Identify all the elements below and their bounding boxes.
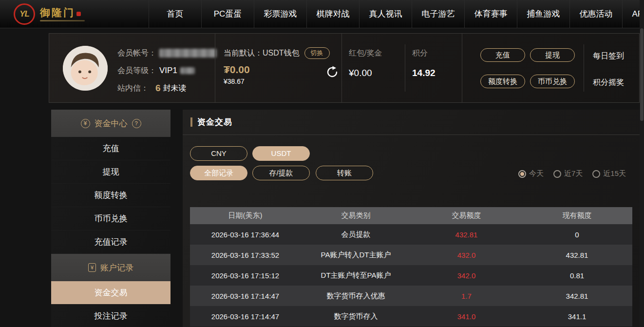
sidebar-item-quota-transfer[interactable]: 额度转换 bbox=[51, 184, 170, 207]
wallet-usdt-amount: ₮0.00 bbox=[224, 64, 250, 76]
account-records-icon: ¥ bbox=[88, 263, 96, 272]
scrollbar-thumb[interactable] bbox=[640, 28, 644, 121]
col-header-balance: 现有额度 bbox=[522, 211, 632, 220]
cell-type: PA账户转入DT主账户 bbox=[301, 250, 411, 260]
radio-unselected-icon bbox=[553, 170, 561, 178]
table-row: 2026-03-16 17:14:47 数字货币存入优惠 1.7 342.81 bbox=[190, 286, 632, 306]
type-tab-transfer[interactable]: 转账 bbox=[316, 166, 373, 180]
nav-item-slots[interactable]: 电子游艺 bbox=[412, 0, 464, 28]
level-label: 会员等级： bbox=[117, 66, 156, 76]
fund-transactions-panel: 资金交易 CNY USDT 全部记录 存/提款 转账 今天 近7天 近15天 日… bbox=[183, 110, 640, 327]
radio-unselected-icon bbox=[592, 170, 600, 178]
account-label: 会员帐号： bbox=[117, 48, 156, 58]
deposit-button[interactable]: 充值 bbox=[480, 48, 525, 62]
date-filter-today-label: 今天 bbox=[529, 169, 544, 178]
nav-item-live[interactable]: 真人视讯 bbox=[359, 0, 412, 28]
table-row: 2026-03-16 17:14:47 数字货币存入 341.0 341.1 bbox=[190, 306, 632, 327]
cell-amount: 342.0 bbox=[411, 271, 522, 280]
col-header-amount: 交易额度 bbox=[411, 211, 522, 220]
points-value: 14.92 bbox=[412, 68, 436, 78]
points-lottery-link[interactable]: 积分摇奖 bbox=[593, 77, 624, 88]
cell-date: 2026-03-16 17:14:47 bbox=[190, 312, 301, 321]
sidebar-section-fund-center: ¥ 资金中心 ？ bbox=[51, 110, 170, 137]
date-range-filters: 今天 近7天 近15天 bbox=[518, 169, 626, 178]
cell-type: 数字货币存入优惠 bbox=[301, 291, 411, 301]
col-header-date: 日期(美东) bbox=[190, 211, 301, 220]
wallet-section: 当前默认：USDT钱包 切换 ₮0.00 ¥38.67 bbox=[224, 34, 341, 102]
nav-item-home[interactable]: 首页 bbox=[149, 0, 201, 28]
cell-type: 数字货币存入 bbox=[301, 312, 411, 321]
cell-amount: 341.0 bbox=[411, 312, 522, 321]
type-tab-all-records[interactable]: 全部记录 bbox=[190, 166, 247, 180]
cell-date: 2026-03-16 17:14:47 bbox=[190, 292, 301, 300]
cell-date: 2026-03-16 17:15:12 bbox=[190, 271, 301, 280]
logo-seal-icon bbox=[76, 12, 81, 16]
date-filter-15days[interactable]: 近15天 bbox=[592, 169, 626, 178]
logo-emblem-icon: YL bbox=[14, 3, 35, 25]
sidebar-item-betting-records[interactable]: 投注记录 bbox=[51, 305, 170, 327]
page-title: 资金交易 bbox=[197, 116, 232, 128]
col-header-type: 交易类别 bbox=[301, 211, 411, 220]
inbox-unread-count[interactable]: 6 bbox=[155, 83, 161, 94]
page-title-bar: 资金交易 bbox=[183, 110, 640, 135]
cell-type: DT主账户转至PA账户 bbox=[301, 271, 411, 280]
logo-tagline bbox=[40, 20, 85, 21]
table-row: 2026-03-16 17:15:12 DT主账户转至PA账户 342.0 0.… bbox=[190, 265, 632, 286]
cell-balance: 341.1 bbox=[522, 312, 632, 321]
bonus-label: 红包/奖金 bbox=[349, 48, 382, 58]
site-logo[interactable]: YL 御隆门 bbox=[14, 3, 85, 25]
cell-date: 2026-03-16 17:33:52 bbox=[190, 251, 301, 259]
logo-brand-text: 御隆门 bbox=[40, 7, 75, 18]
top-nav-bar: YL 御隆门 首页 PC蛋蛋 彩票游戏 棋牌对战 真人视讯 电子游艺 体育赛事 … bbox=[0, 0, 644, 28]
avatar[interactable] bbox=[63, 46, 108, 91]
inbox-label: 站内信： bbox=[117, 83, 149, 94]
date-filter-today[interactable]: 今天 bbox=[518, 169, 544, 178]
divider bbox=[341, 34, 342, 102]
cell-balance: 342.81 bbox=[522, 292, 632, 300]
cell-balance: 432.81 bbox=[522, 251, 632, 259]
currency-tab-cny[interactable]: CNY bbox=[190, 146, 247, 161]
cell-type: 会员提款 bbox=[301, 230, 411, 239]
nav-item-promotions[interactable]: 优惠活动 bbox=[569, 0, 622, 28]
nav-item-fishing[interactable]: 捕鱼游戏 bbox=[517, 0, 569, 28]
nav-item-chess[interactable]: 棋牌对战 bbox=[306, 0, 359, 28]
table-row: 2026-03-16 17:33:52 PA账户转入DT主账户 432.0 43… bbox=[190, 245, 632, 265]
sidebar: ¥ 资金中心 ？ 充值 提现 额度转换 币币兑换 充值记录 ¥ 账户记录 资金交… bbox=[51, 110, 170, 327]
main-nav: 首页 PC蛋蛋 彩票游戏 棋牌对战 真人视讯 电子游艺 体育赛事 捕鱼游戏 优惠… bbox=[149, 0, 644, 28]
divider bbox=[405, 44, 405, 92]
title-accent-bar bbox=[190, 117, 192, 127]
bonus-value: ¥0.00 bbox=[349, 68, 372, 78]
cell-balance: 0.81 bbox=[522, 271, 632, 280]
date-filter-15days-label: 近15天 bbox=[603, 169, 626, 178]
transactions-table: 日期(美东) 交易类别 交易额度 现有额度 2026-03-16 17:36:4… bbox=[190, 207, 632, 327]
refresh-balance-icon[interactable] bbox=[326, 66, 339, 78]
sidebar-item-fund-transactions[interactable]: 资金交易 bbox=[51, 281, 170, 305]
sidebar-item-deposit[interactable]: 充值 bbox=[51, 137, 170, 160]
wallet-switch-button[interactable]: 切换 bbox=[304, 47, 330, 59]
member-info-panel: 会员帐号： 会员等级： VIP1 站内信： 6 封未读 当前默认：USDT钱包 … bbox=[49, 33, 640, 103]
sidebar-item-withdraw[interactable]: 提现 bbox=[51, 160, 170, 184]
nav-item-pc-egg[interactable]: PC蛋蛋 bbox=[201, 0, 254, 28]
date-filter-7days[interactable]: 近7天 bbox=[553, 169, 583, 178]
help-icon[interactable]: ？ bbox=[132, 119, 141, 128]
nav-item-lottery[interactable]: 彩票游戏 bbox=[254, 0, 306, 28]
sidebar-item-deposit-records[interactable]: 充值记录 bbox=[51, 231, 170, 254]
coin-exchange-button[interactable]: 币币兑换 bbox=[530, 75, 575, 88]
avatar-baby-image bbox=[63, 46, 108, 91]
type-tab-deposit-withdraw[interactable]: 存/提款 bbox=[252, 166, 310, 180]
inbox-unread-suffix[interactable]: 封未读 bbox=[163, 83, 187, 94]
date-filter-7days-label: 近7天 bbox=[564, 169, 583, 178]
table-header-row: 日期(美东) 交易类别 交易额度 现有额度 bbox=[190, 207, 632, 224]
sidebar-item-coin-exchange[interactable]: 币币兑换 bbox=[51, 207, 170, 231]
currency-tab-usdt[interactable]: USDT bbox=[252, 146, 310, 161]
cell-amount: 432.0 bbox=[411, 251, 522, 259]
radio-selected-icon bbox=[518, 170, 526, 178]
nav-item-sports[interactable]: 体育赛事 bbox=[464, 0, 517, 28]
cell-date: 2026-03-16 17:36:44 bbox=[190, 231, 301, 239]
page-scrollbar[interactable] bbox=[640, 0, 644, 327]
table-row: 2026-03-16 17:36:44 会员提款 432.81 0 bbox=[190, 224, 632, 245]
withdraw-button[interactable]: 提现 bbox=[530, 48, 575, 62]
quota-transfer-button[interactable]: 额度转换 bbox=[480, 75, 525, 88]
level-value: VIP1 bbox=[159, 66, 177, 76]
daily-checkin-link[interactable]: 每日签到 bbox=[593, 51, 624, 61]
